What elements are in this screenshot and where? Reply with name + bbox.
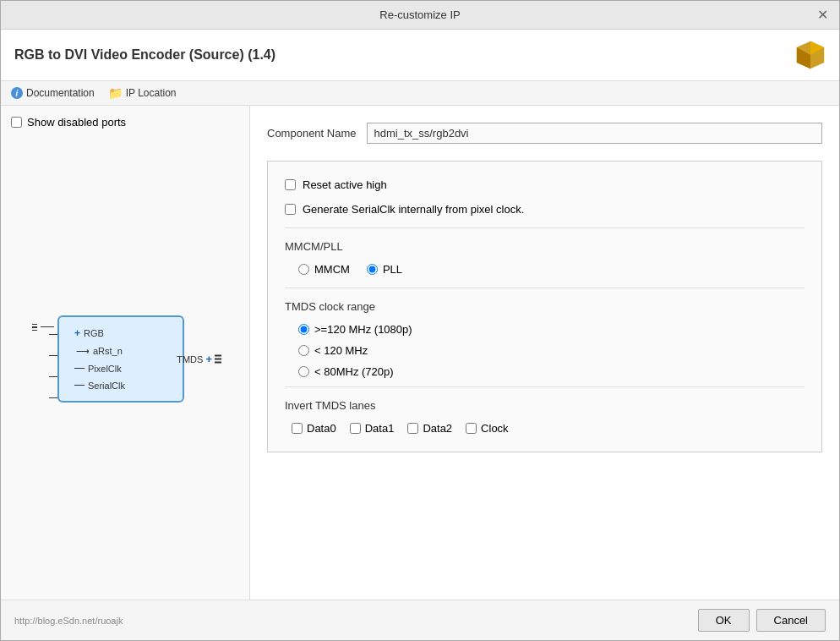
data1-checkbox[interactable]	[350, 423, 361, 434]
tmds-range-3-item[interactable]: < 80MHz (720p)	[298, 365, 805, 378]
left-panel: Show disabled ports	[1, 106, 250, 600]
component-name-input[interactable]	[367, 123, 823, 144]
header-section: RGB to DVI Video Encoder (Source) (1.4)	[1, 30, 839, 81]
pll-radio-item[interactable]: PLL	[367, 263, 402, 276]
tmds-range-3-radio[interactable]	[298, 366, 309, 377]
cancel-button[interactable]: Cancel	[756, 609, 826, 632]
mmcm-radio-item[interactable]: MMCM	[298, 263, 350, 276]
data1-label: Data1	[365, 422, 395, 435]
ip-location-link[interactable]: 📁 IP Location	[108, 86, 177, 100]
toolbar: i Documentation 📁 IP Location	[1, 81, 839, 106]
port-arst-label: aRst_n	[93, 346, 123, 356]
generate-serialclk-label: Generate SerialClk internally from pixel…	[303, 203, 524, 216]
divider-1	[285, 227, 805, 228]
tmds-range-2-item[interactable]: < 120 MHz	[298, 344, 805, 357]
reset-active-high-checkbox[interactable]	[285, 179, 296, 190]
reset-active-high-row: Reset active high	[285, 178, 805, 191]
documentation-label: Documentation	[26, 87, 95, 99]
tmds-range-3-label: < 80MHz (720p)	[314, 365, 394, 378]
show-disabled-ports-checkbox[interactable]	[11, 117, 22, 128]
tmds-range-2-label: < 120 MHz	[314, 344, 368, 357]
invert-tmds-checkboxes: Data0 Data1 Data2 Clock	[292, 422, 805, 435]
info-icon: i	[11, 87, 23, 99]
tmds-range-1-radio[interactable]	[298, 324, 309, 335]
tmds-clock-range-label: TMDS clock range	[285, 300, 805, 313]
data0-checkbox-item[interactable]: Data0	[292, 422, 336, 435]
port-pixelclk-label: PixelClk	[88, 364, 122, 374]
mmcm-label: MMCM	[314, 263, 350, 276]
xilinx-logo	[795, 40, 826, 70]
clock-checkbox-item[interactable]: Clock	[466, 422, 509, 435]
data1-checkbox-item[interactable]: Data1	[350, 422, 395, 435]
ok-button[interactable]: OK	[698, 609, 750, 632]
diagram-area: + RGB ⟶ aRst_n PixelClk	[11, 142, 239, 589]
documentation-link[interactable]: i Documentation	[11, 87, 95, 99]
data2-label: Data2	[423, 422, 452, 435]
window-title: Re-customize IP	[25, 8, 815, 21]
reset-active-high-label: Reset active high	[303, 178, 387, 191]
mmcm-pll-label: MMCM/PLL	[285, 240, 805, 253]
footer-buttons: OK Cancel	[698, 609, 826, 632]
main-window: Re-customize IP ✕ RGB to DVI Video Encod…	[0, 0, 840, 641]
generate-serialclk-checkbox[interactable]	[285, 204, 296, 215]
product-title: RGB to DVI Video Encoder (Source) (1.4)	[14, 47, 275, 63]
folder-icon: 📁	[108, 86, 123, 100]
tmds-range-1-item[interactable]: >=120 MHz (1080p)	[298, 323, 805, 336]
clock-checkbox[interactable]	[466, 423, 477, 434]
tmds-range-1-label: >=120 MHz (1080p)	[314, 323, 412, 336]
pll-radio[interactable]	[367, 264, 378, 275]
divider-2	[285, 288, 805, 288]
pll-label: PLL	[383, 263, 402, 276]
show-disabled-ports-row: Show disabled ports	[11, 116, 239, 129]
data2-checkbox-item[interactable]: Data2	[407, 422, 452, 435]
data2-checkbox[interactable]	[407, 423, 418, 434]
right-panel: Component Name Reset active high Generat…	[250, 106, 839, 600]
data0-label: Data0	[307, 422, 336, 435]
mmcm-radio[interactable]	[298, 264, 309, 275]
invert-tmds-section: Invert TMDS lanes Data0 Data1 Data2	[285, 399, 805, 435]
tmds-range-radio-group: >=120 MHz (1080p) < 120 MHz < 80MHz (720…	[298, 323, 805, 378]
tmds-clock-range-section: TMDS clock range >=120 MHz (1080p) < 120…	[285, 300, 805, 378]
tmds-range-2-radio[interactable]	[298, 345, 309, 356]
clock-label: Clock	[481, 422, 509, 435]
mmcm-pll-radio-group: MMCM PLL	[298, 263, 805, 276]
invert-tmds-label: Invert TMDS lanes	[285, 399, 805, 412]
show-disabled-ports-label: Show disabled ports	[27, 116, 126, 129]
ip-location-label: IP Location	[126, 87, 177, 99]
component-name-row: Component Name	[267, 123, 822, 144]
generate-serialclk-row: Generate SerialClk internally from pixel…	[285, 203, 805, 216]
component-name-label: Component Name	[267, 127, 357, 140]
port-tmds-label: TMDS	[177, 353, 203, 364]
divider-3	[285, 386, 805, 387]
main-content: Show disabled ports	[1, 106, 839, 600]
close-button[interactable]: ✕	[815, 8, 829, 22]
footer: http://blog.eSdn.net/ruoajk OK Cancel	[1, 600, 839, 640]
config-panel: Reset active high Generate SerialClk int…	[267, 161, 822, 452]
footer-url: http://blog.eSdn.net/ruoajk	[14, 616, 123, 626]
data0-checkbox[interactable]	[292, 423, 303, 434]
port-rgb-label: RGB	[84, 328, 104, 338]
port-serialclk-label: SerialClk	[88, 381, 125, 391]
title-bar: Re-customize IP ✕	[1, 1, 839, 30]
